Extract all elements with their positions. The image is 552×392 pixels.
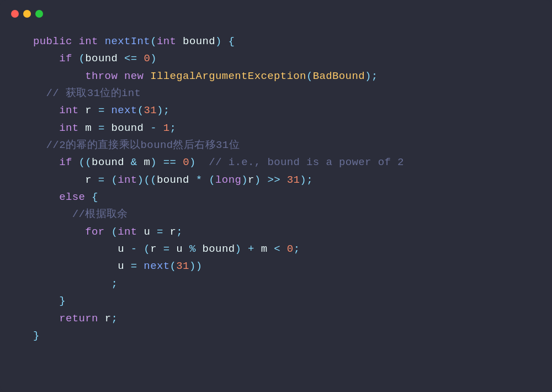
code-line-14: u = next(31)) [33, 258, 519, 275]
code-line-15: ; [33, 276, 519, 293]
code-area: public int nextInt(int bound) { if (boun… [0, 28, 552, 356]
code-line-9: r = (int)((bound * (long)r) >> 31); [33, 172, 519, 189]
code-line-5: int r = next(31); [33, 102, 519, 119]
code-line-4: // 获取31位的int [33, 85, 519, 102]
code-line-2: if (bound <= 0) [33, 50, 519, 67]
code-line-3: throw new IllegalArgumentException(BadBo… [33, 68, 519, 85]
code-line-8: if ((bound & m) == 0) // i.e., bound is … [33, 154, 519, 171]
code-line-10: else { [33, 189, 519, 206]
code-line-13: u - (r = u % bound) + m < 0; [33, 241, 519, 258]
code-line-12: for (int u = r; [33, 224, 519, 241]
code-line-16: } [33, 293, 519, 310]
code-line-1: public int nextInt(int bound) { [33, 33, 519, 50]
window: public int nextInt(int bound) { if (boun… [0, 0, 552, 392]
title-bar [0, 0, 552, 28]
code-line-7: //2的幂的直接乘以bound然后右移31位 [33, 137, 519, 154]
maximize-button[interactable] [35, 10, 43, 18]
minimize-button[interactable] [23, 10, 31, 18]
code-line-6: int m = bound - 1; [33, 120, 519, 137]
code-line-17: return r; [33, 310, 519, 327]
code-line-11: //根据取余 [33, 206, 519, 223]
close-button[interactable] [11, 10, 19, 18]
code-line-18: } [33, 327, 519, 345]
